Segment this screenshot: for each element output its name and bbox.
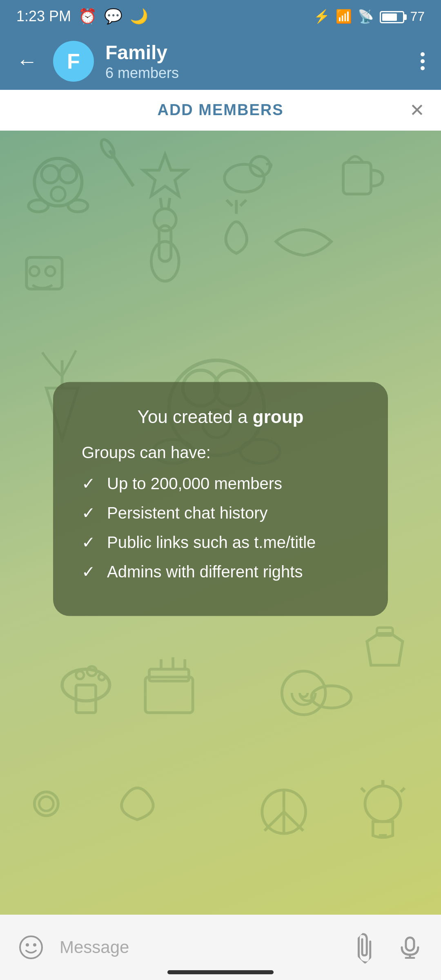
- battery-indicator: [380, 9, 404, 24]
- group-name: Family: [105, 41, 405, 65]
- header-info: Family 6 members: [105, 41, 405, 82]
- svg-point-5: [68, 200, 88, 212]
- whatsapp-icon: 💬: [104, 8, 122, 25]
- check-icon-1: ✓: [82, 474, 96, 493]
- emoji-button[interactable]: [15, 931, 47, 964]
- svg-point-4: [29, 200, 48, 212]
- info-item-text-2: Persistent chat history: [107, 503, 268, 522]
- back-button[interactable]: ←: [12, 45, 42, 78]
- home-indicator: [167, 970, 274, 974]
- info-item-3: ✓ Public links such as t.me/title: [82, 533, 359, 552]
- status-bar: 1:23 PM ⏰ 💬 🌙 ⚡ 📶 📡 77: [0, 0, 441, 33]
- svg-line-53: [401, 788, 405, 792]
- svg-line-22: [240, 200, 246, 206]
- svg-point-54: [20, 936, 42, 958]
- add-members-label[interactable]: ADD MEMBERS: [157, 101, 283, 119]
- svg-point-14: [45, 267, 55, 276]
- info-card: You created a group Groups can have: ✓ U…: [53, 382, 388, 616]
- svg-point-1: [42, 165, 59, 183]
- info-item-text-3: Public links such as t.me/title: [107, 533, 316, 551]
- mic-button[interactable]: [394, 931, 426, 964]
- svg-point-40: [282, 671, 325, 715]
- svg-point-34: [98, 674, 105, 680]
- status-left: 1:23 PM ⏰ 💬 🌙: [16, 8, 148, 25]
- add-members-bar: ADD MEMBERS ✕: [0, 90, 441, 131]
- alarm-icon: ⏰: [78, 8, 97, 25]
- svg-rect-36: [149, 669, 189, 681]
- info-item-2: ✓ Persistent chat history: [82, 503, 359, 522]
- svg-point-7: [98, 138, 116, 160]
- svg-point-56: [33, 943, 36, 947]
- info-card-title: You created a group: [82, 407, 359, 427]
- group-avatar: F: [53, 41, 94, 82]
- attach-button[interactable]: [342, 924, 388, 970]
- wifi-icon: 📡: [358, 9, 374, 24]
- info-card-subtitle: Groups can have:: [82, 443, 359, 462]
- info-item-1: ✓ Up to 200,000 members: [82, 474, 359, 493]
- svg-rect-12: [27, 257, 62, 289]
- svg-line-47: [265, 812, 284, 831]
- svg-point-3: [51, 187, 65, 201]
- svg-point-32: [76, 671, 84, 679]
- check-icon-2: ✓: [82, 503, 96, 522]
- svg-line-18: [160, 198, 162, 209]
- check-icon-3: ✓: [82, 533, 96, 552]
- more-dot-1: [421, 52, 425, 56]
- chat-area: You created a group Groups can have: ✓ U…: [0, 131, 441, 915]
- svg-rect-57: [406, 938, 414, 951]
- status-right: ⚡ 📶 📡 77: [314, 9, 425, 24]
- close-add-members-button[interactable]: ✕: [410, 100, 425, 120]
- check-icon-4: ✓: [82, 562, 96, 581]
- svg-line-21: [227, 200, 233, 206]
- bluetooth-icon: ⚡: [314, 9, 330, 24]
- battery-level: 77: [410, 9, 425, 24]
- svg-point-9: [225, 164, 264, 192]
- svg-rect-11: [343, 163, 371, 194]
- svg-point-44: [39, 797, 53, 811]
- svg-point-49: [365, 786, 401, 822]
- svg-line-48: [284, 812, 303, 831]
- signal-icon: 📶: [336, 9, 352, 24]
- more-dot-2: [421, 59, 425, 63]
- svg-rect-42: [377, 628, 393, 635]
- more-dot-3: [421, 66, 425, 70]
- svg-point-41: [312, 686, 351, 708]
- chat-header: ← F Family 6 members: [0, 33, 441, 90]
- moon-icon: 🌙: [130, 8, 148, 25]
- svg-line-19: [168, 198, 170, 209]
- info-item-text-1: Up to 200,000 members: [107, 474, 282, 492]
- svg-point-13: [30, 267, 39, 276]
- more-options-button[interactable]: [416, 48, 429, 74]
- svg-point-55: [26, 943, 29, 947]
- info-item-text-4: Admins with different rights: [107, 562, 303, 581]
- svg-point-2: [59, 165, 77, 183]
- svg-marker-8: [143, 154, 187, 196]
- svg-line-52: [361, 788, 365, 792]
- status-time: 1:23 PM: [16, 8, 71, 25]
- message-input[interactable]: [60, 929, 336, 966]
- svg-point-0: [34, 158, 82, 206]
- member-count: 6 members: [105, 65, 405, 82]
- info-item-4: ✓ Admins with different rights: [82, 562, 359, 581]
- svg-point-17: [154, 209, 176, 231]
